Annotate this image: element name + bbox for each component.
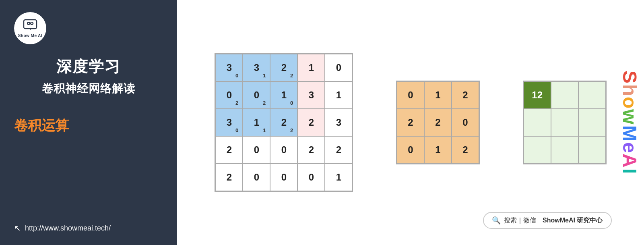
input-cell-4-4: 1 bbox=[325, 164, 352, 191]
input-cell-2-1: 11 bbox=[243, 109, 270, 136]
sub-title: 卷积神经网络解读 bbox=[14, 81, 163, 96]
input-cell-4-1: 0 bbox=[243, 164, 270, 191]
search-brand: ShowMeAI 研究中心 bbox=[543, 216, 603, 225]
v-char-w: w bbox=[619, 109, 641, 125]
kernel-cell-2-0: 0 bbox=[397, 136, 424, 164]
input-cell-0-4: 0 bbox=[325, 54, 352, 81]
kernel-cell-0-1: 1 bbox=[424, 81, 452, 109]
input-cell-4-2: 0 bbox=[270, 164, 297, 191]
input-cell-3-0: 2 bbox=[215, 136, 243, 164]
input-cell-3-3: 2 bbox=[297, 136, 325, 164]
v-char-i: I bbox=[619, 168, 641, 174]
input-cell-0-2: 22 bbox=[270, 54, 297, 81]
output-cell-1-2 bbox=[578, 109, 606, 136]
brand-vertical-text: ShowMeAI bbox=[619, 0, 641, 245]
input-cell-3-4: 2 bbox=[325, 136, 352, 164]
kernel-cell-0-2: 2 bbox=[452, 81, 479, 109]
logo-icon bbox=[23, 19, 37, 33]
kernel-matrix: 012220012 bbox=[396, 81, 480, 164]
input-cell-3-1: 0 bbox=[243, 136, 270, 164]
search-bar[interactable]: 🔍 搜索｜微信 ShowMeAI 研究中心 bbox=[483, 212, 612, 229]
left-panel: Show Me AI 深度学习 卷积神经网络解读 卷积运算 ↖ http://w… bbox=[0, 0, 177, 245]
output-cell-0-0: 12 bbox=[524, 81, 551, 109]
input-cell-0-3: 1 bbox=[297, 54, 325, 81]
v-char-o: o bbox=[619, 97, 641, 109]
output-matrix: 12 bbox=[523, 81, 607, 164]
logo-circle: Show Me AI bbox=[14, 12, 46, 44]
kernel-cell-0-0: 0 bbox=[397, 81, 424, 109]
svg-rect-0 bbox=[24, 20, 37, 29]
output-cell-2-0 bbox=[524, 136, 551, 164]
kernel-cell-1-2: 0 bbox=[452, 109, 479, 136]
input-matrix: 3031221002021031301122232002220001 bbox=[215, 53, 353, 192]
main-title: 深度学习 bbox=[14, 56, 163, 77]
input-cell-1-1: 02 bbox=[243, 81, 270, 109]
input-cell-1-4: 1 bbox=[325, 81, 352, 109]
input-cell-2-3: 2 bbox=[297, 109, 325, 136]
v-char-e: e bbox=[619, 142, 641, 154]
kernel-matrix-container: 012220012 bbox=[396, 81, 480, 164]
input-cell-0-0: 30 bbox=[215, 54, 243, 81]
search-icon: 🔍 bbox=[492, 216, 501, 225]
input-cell-1-2: 10 bbox=[270, 81, 297, 109]
input-cell-3-2: 0 bbox=[270, 136, 297, 164]
input-cell-4-3: 0 bbox=[297, 164, 325, 191]
input-cell-1-0: 02 bbox=[215, 81, 243, 109]
cursor-icon: ↖ bbox=[14, 223, 21, 233]
output-cell-2-1 bbox=[551, 136, 578, 164]
input-cell-2-0: 30 bbox=[215, 109, 243, 136]
output-matrix-container: 12 bbox=[523, 81, 607, 164]
v-char-m: M bbox=[619, 125, 641, 142]
logo-area: Show Me AI bbox=[14, 12, 163, 44]
kernel-cell-2-2: 2 bbox=[452, 136, 479, 164]
logo-text: Show Me AI bbox=[18, 33, 43, 38]
v-char-s: S bbox=[619, 71, 641, 84]
kernel-cell-2-1: 1 bbox=[424, 136, 452, 164]
v-char-h: h bbox=[619, 84, 641, 97]
url-area: ↖ http://www.showmeai.tech/ bbox=[14, 223, 111, 233]
input-cell-1-3: 3 bbox=[297, 81, 325, 109]
input-cell-2-4: 3 bbox=[325, 109, 352, 136]
right-panel: 3031221002021031301122232002220001 01222… bbox=[177, 0, 644, 245]
url-text: http://www.showmeai.tech/ bbox=[25, 224, 111, 233]
search-prefix: 搜索｜微信 bbox=[504, 216, 536, 225]
output-cell-0-1 bbox=[551, 81, 578, 109]
input-matrix-container: 3031221002021031301122232002220001 bbox=[215, 53, 353, 192]
output-cell-1-0 bbox=[524, 109, 551, 136]
output-cell-0-2 bbox=[578, 81, 606, 109]
kernel-cell-1-1: 2 bbox=[424, 109, 452, 136]
output-cell-2-2 bbox=[578, 136, 606, 164]
output-cell-1-1 bbox=[551, 109, 578, 136]
highlight-label: 卷积运算 bbox=[14, 116, 163, 135]
input-cell-4-0: 2 bbox=[215, 164, 243, 191]
input-cell-0-1: 31 bbox=[243, 54, 270, 81]
kernel-cell-1-0: 2 bbox=[397, 109, 424, 136]
v-char-a: A bbox=[619, 154, 641, 168]
input-cell-2-2: 22 bbox=[270, 109, 297, 136]
